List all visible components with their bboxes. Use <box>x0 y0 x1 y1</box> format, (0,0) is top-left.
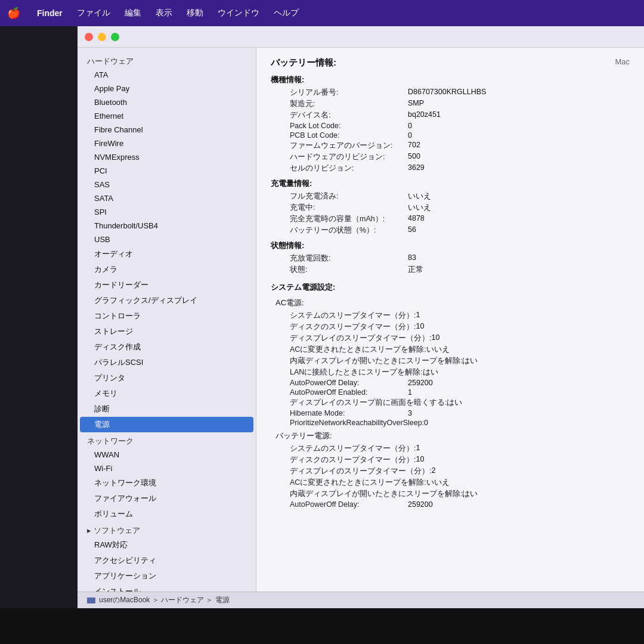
sidebar-item-raw[interactable]: RAW対応 <box>78 537 256 553</box>
auto-power-delay-value: 259200 <box>408 379 433 387</box>
hibernate-row: Hibernate Mode: 3 <box>271 409 630 417</box>
sidebar-item-firewall[interactable]: ファイアウォール <box>78 491 256 506</box>
sidebar-item-storage[interactable]: ストレージ <box>78 324 256 339</box>
cell-rev-label: セルのリビジョン: <box>271 163 408 174</box>
lid-wake-value: はい <box>462 356 478 366</box>
firmware-row: ファームウェアのバージョン: 702 <box>271 141 630 151</box>
condition-value: 正常 <box>408 265 423 275</box>
sidebar-item-wifi[interactable]: Wi-Fi <box>78 462 256 475</box>
prioritize-value: 0 <box>424 419 428 427</box>
full-cap-label: 完全充電時の容量（mAh）: <box>271 214 408 224</box>
cell-rev-value: 3629 <box>408 163 425 174</box>
prioritize-row: PrioritizeNetworkReachabilityOverSleep: … <box>271 419 630 427</box>
sidebar-item-network-env[interactable]: ネットワーク環境 <box>78 475 256 491</box>
menubar-finder[interactable]: Finder <box>37 8 63 18</box>
bat-lid-wake-value: はい <box>462 489 478 499</box>
lid-wake-label: 内蔵ディスプレイが開いたときにスリープを解除: <box>271 356 462 366</box>
dim-before-sleep-value: はい <box>447 398 462 408</box>
sidebar-item-diagnostics[interactable]: 診断 <box>78 401 256 417</box>
menubar-edit[interactable]: 編集 <box>125 8 141 18</box>
sidebar-item-cardreader[interactable]: カードリーダー <box>78 277 256 293</box>
menubar-window[interactable]: ウインドウ <box>218 8 259 18</box>
apple-logo[interactable]: 🍎 <box>7 7 20 20</box>
sidebar[interactable]: ハードウェア ATA Apple Pay Bluetooth Ethernet … <box>78 48 256 608</box>
maximize-button[interactable] <box>111 33 119 41</box>
sidebar-item-volume[interactable]: ボリューム <box>78 506 256 522</box>
sidebar-item-controller[interactable]: コントローラ <box>78 308 256 324</box>
main-area: ハードウェア ATA Apple Pay Bluetooth Ethernet … <box>78 48 644 608</box>
sidebar-item-pci[interactable]: PCI <box>78 164 256 178</box>
discharge-row: 充放電回数: 83 <box>271 253 630 264</box>
sidebar-item-usb[interactable]: USB <box>78 233 256 246</box>
sidebar-item-thunderbolt[interactable]: Thunderbolt/USB4 <box>78 219 256 233</box>
close-button[interactable] <box>85 33 93 41</box>
dim-before-sleep-row: ディスプレイのスリープ前に画面を暗くする: はい <box>271 398 630 408</box>
bat-display-sleep-row: ディスプレイのスリープタイマー（分）: 2 <box>271 466 630 476</box>
sidebar-item-printer[interactable]: プリンタ <box>78 370 256 386</box>
sidebar-item-firewire[interactable]: FireWire <box>78 137 256 150</box>
discharge-value: 83 <box>408 253 416 264</box>
sidebar-item-ethernet[interactable]: Ethernet <box>78 109 256 123</box>
disk-sleep-value: 10 <box>416 322 424 332</box>
hardware-rev-row: ハードウェアのリビジョン: 500 <box>271 152 630 162</box>
sidebar-item-spi[interactable]: SPI <box>78 205 256 219</box>
sidebar-item-fibrechannel[interactable]: Fibre Channel <box>78 123 256 137</box>
hibernate-label: Hibernate Mode: <box>271 409 408 417</box>
battery-state-row: バッテリーの状態（%）: 56 <box>271 225 630 236</box>
lan-wake-row: LANに接続したときにスリープを解除: はい <box>271 367 630 377</box>
sidebar-item-power[interactable]: 電源 <box>80 417 253 432</box>
sidebar-item-ata[interactable]: ATA <box>78 68 256 82</box>
bat-sys-sleep-row: システムのスリープタイマー（分）: 1 <box>271 444 630 454</box>
menubar-view[interactable]: 表示 <box>156 8 172 18</box>
sidebar-item-accessibility[interactable]: アクセシビリティ <box>78 553 256 568</box>
battery-power-header: バッテリー電源: <box>275 431 630 441</box>
sidebar-item-audio[interactable]: オーディオ <box>78 246 256 262</box>
sidebar-item-bluetooth[interactable]: Bluetooth <box>78 95 256 109</box>
network-section-header: ネットワーク <box>78 432 256 448</box>
menubar-go[interactable]: 移動 <box>187 8 203 18</box>
bat-display-sleep-label: ディスプレイのスリープタイマー（分）: <box>271 466 431 476</box>
bottom-bar <box>0 608 644 644</box>
titlebar <box>78 26 644 48</box>
display-sleep-value: 10 <box>431 333 439 343</box>
bat-auto-delay-label: AutoPowerOff Delay: <box>271 500 408 509</box>
lan-wake-label: LANに接続したときにスリープを解除: <box>271 367 423 377</box>
display-sleep-row: ディスプレイのスリープタイマー（分）: 10 <box>271 333 630 343</box>
sidebar-item-wwan[interactable]: WWAN <box>78 448 256 462</box>
disk-sleep-row: ディスクのスリープタイマー（分）: 10 <box>271 322 630 332</box>
sidebar-item-sata[interactable]: SATA <box>78 191 256 205</box>
sidebar-item-applications[interactable]: アプリケーション <box>78 568 256 584</box>
sidebar-item-graphics[interactable]: グラフィックス/ディスプレイ <box>78 293 256 308</box>
statusbar: userのMacBook ＞ ハードウェア ＞ 電源 <box>78 592 644 608</box>
sidebar-item-camera[interactable]: カメラ <box>78 262 256 277</box>
lid-wake-row: 内蔵ディスプレイが開いたときにスリープを解除: はい <box>271 356 630 366</box>
sidebar-item-parallelscsi[interactable]: パラレルSCSI <box>78 355 256 370</box>
bat-lid-wake-label: 内蔵ディスプレイが開いたときにスリープを解除: <box>271 489 462 499</box>
menubar-file[interactable]: ファイル <box>77 8 110 18</box>
pcb-lot-value: 0 <box>408 131 412 140</box>
manufacturer-value: SMP <box>408 99 424 109</box>
full-cap-row: 完全充電時の容量（mAh）: 4878 <box>271 214 630 224</box>
sidebar-item-sas[interactable]: SAS <box>78 178 256 191</box>
discharge-label: 充放電回数: <box>271 253 408 264</box>
charging-label: 充電中: <box>271 203 408 213</box>
minimize-button[interactable] <box>98 33 106 41</box>
disk-sleep-label: ディスクのスリープタイマー（分）: <box>271 322 416 332</box>
system-info-window: ハードウェア ATA Apple Pay Bluetooth Ethernet … <box>78 26 644 608</box>
auto-power-delay-label: AutoPowerOff Delay: <box>271 379 408 387</box>
charging-value: いいえ <box>408 203 431 213</box>
full-cap-value: 4878 <box>408 214 425 224</box>
hardware-rev-value: 500 <box>408 152 420 162</box>
bat-lid-wake-row: 内蔵ディスプレイが開いたときにスリープを解除: はい <box>271 489 630 499</box>
menubar-help[interactable]: ヘルプ <box>274 8 299 18</box>
system-power-header: システム電源設定: <box>271 282 630 293</box>
device-info-header: 機種情報: <box>271 75 630 85</box>
sidebar-item-applepay[interactable]: Apple Pay <box>78 82 256 95</box>
full-charged-value: いいえ <box>408 191 431 202</box>
sidebar-item-nvmexpress[interactable]: NVMExpress <box>78 150 256 164</box>
ac-wake-row: ACに変更されたときにスリープを解除: いいえ <box>271 345 630 355</box>
sidebar-item-diskcreate[interactable]: ディスク作成 <box>78 339 256 355</box>
bat-display-sleep-value: 2 <box>431 466 435 476</box>
macbook-icon <box>87 597 95 603</box>
sidebar-item-memory[interactable]: メモリ <box>78 386 256 401</box>
